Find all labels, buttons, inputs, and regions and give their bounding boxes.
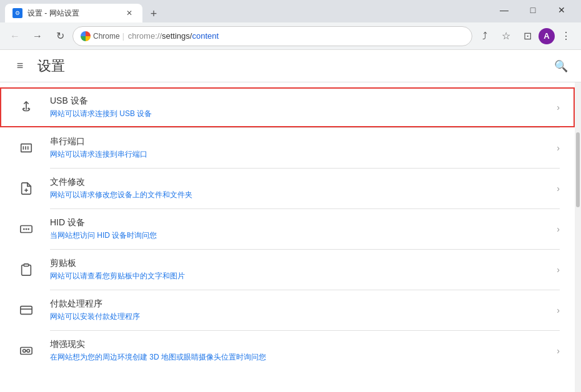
clipboard-desc: 网站可以请查看您剪贴板中的文字和图片: [50, 271, 552, 282]
chrome-logo-icon: [81, 31, 91, 41]
serial-icon: [15, 141, 37, 155]
ar-title: 增强现实: [50, 339, 552, 350]
file-icon: [15, 182, 37, 195]
serial-item[interactable]: 串行端口 网站可以请求连接到串行端口 ›: [0, 128, 575, 168]
bookmark-button[interactable]: ☆: [496, 26, 516, 46]
window-controls: — □ ✕: [490, 0, 576, 22]
tab-area: ⚙ 设置 - 网站设置 ✕ +: [5, 0, 162, 22]
new-tab-button[interactable]: +: [145, 5, 162, 22]
content-wrap: USB 设备 网站可以请求连接到 USB 设备 › 串行端口: [0, 82, 581, 392]
chrome-icon-wrap: Chrome |: [81, 31, 124, 41]
toolbar-right: ⤴ ☆ ⊡ A ⋮: [475, 26, 576, 46]
hid-content: HID 设备 当网站想访问 HID 设备时询问您: [50, 217, 552, 241]
ar-desc: 在网站想为您的周边环境创建 3D 地图或眼睛摄像头位置时询问您: [50, 352, 552, 363]
search-button[interactable]: 🔍: [551, 56, 571, 76]
tab-close-button[interactable]: ✕: [124, 7, 135, 19]
usb-icon: [15, 100, 37, 114]
settings-page: ≡ 设置 🔍 USB 设备 网站可以请求连接到 USB 设备: [0, 50, 581, 392]
ar-item[interactable]: 增强现实 在网站想为您的周边环境创建 3D 地图或眼睛摄像头位置时询问您 ›: [0, 331, 575, 371]
scrollbar[interactable]: [575, 82, 581, 392]
file-desc: 网站可以请求修改您设备上的文件和文件夹: [50, 190, 552, 200]
svg-point-0: [23, 107, 25, 109]
hid-arrow: ›: [557, 224, 560, 234]
active-tab[interactable]: ⚙ 设置 - 网站设置 ✕: [5, 4, 142, 22]
svg-point-9: [23, 228, 25, 230]
toolbar: ← → ↻ Chrome | chrome://settings/content…: [0, 22, 581, 50]
tab-title: 设置 - 网站设置: [27, 8, 119, 19]
clipboard-icon: [15, 263, 37, 277]
svg-rect-13: [21, 306, 32, 315]
usb-title: USB 设备: [50, 96, 552, 107]
address-host: settings: [162, 31, 190, 41]
search-icon: 🔍: [554, 59, 568, 73]
usb-desc: 网站可以请求连接到 USB 设备: [50, 109, 552, 119]
clipboard-item[interactable]: 剪贴板 网站可以请查看您剪贴板中的文字和图片 ›: [0, 250, 575, 290]
minimize-button[interactable]: —: [490, 0, 519, 20]
back-button[interactable]: ←: [5, 26, 25, 46]
address-bar[interactable]: Chrome | chrome://settings/content: [72, 26, 472, 46]
svg-point-1: [27, 107, 29, 109]
hid-title: HID 设备: [50, 217, 552, 228]
file-content: 文件修改 网站可以请求修改您设备上的文件和文件夹: [50, 177, 552, 200]
clipboard-content: 剪贴板 网站可以请查看您剪贴板中的文字和图片: [50, 258, 552, 282]
svg-point-15: [23, 350, 26, 353]
svg-point-16: [27, 350, 30, 353]
share-button[interactable]: ⤴: [475, 26, 495, 46]
usb-item[interactable]: USB 设备 网站可以请求连接到 USB 设备 ›: [0, 87, 575, 127]
file-title: 文件修改: [50, 177, 552, 188]
hid-desc: 当网站想访问 HID 设备时询问您: [50, 230, 552, 241]
address-path: content: [192, 31, 219, 41]
address-text: chrome://settings/content: [128, 31, 219, 41]
payment-item[interactable]: 付款处理程序 网站可以安装付款处理程序 ›: [0, 290, 575, 330]
usb-arrow: ›: [557, 102, 560, 112]
tab-search-button[interactable]: ⊡: [517, 26, 537, 46]
payment-desc: 网站可以安装付款处理程序: [50, 311, 552, 322]
hid-item[interactable]: HID 设备 当网站想访问 HID 设备时询问您 ›: [0, 209, 575, 249]
serial-title: 串行端口: [50, 136, 552, 147]
svg-rect-12: [24, 264, 28, 267]
chrome-label: Chrome: [93, 32, 120, 41]
hid-icon: [15, 222, 37, 236]
menu-button[interactable]: ≡: [10, 56, 30, 76]
more-menu-button[interactable]: ⋮: [556, 26, 576, 46]
svg-rect-2: [21, 144, 32, 152]
address-scheme: chrome://: [128, 31, 162, 41]
ar-content: 增强现实 在网站想为您的周边环境创建 3D 地图或眼睛摄像头位置时询问您: [50, 339, 552, 363]
svg-point-11: [27, 228, 29, 230]
serial-arrow: ›: [557, 143, 560, 153]
maximize-button[interactable]: □: [519, 0, 547, 20]
titlebar: ⚙ 设置 - 网站设置 ✕ + — □ ✕: [0, 0, 581, 22]
page-title: 设置: [37, 57, 65, 76]
tab-favicon: ⚙: [12, 8, 22, 18]
svg-point-10: [26, 228, 27, 230]
clipboard-title: 剪贴板: [50, 258, 552, 269]
clipboard-arrow: ›: [557, 265, 560, 275]
ar-icon: [15, 344, 37, 358]
address-separator: |: [122, 32, 124, 41]
file-arrow: ›: [557, 184, 560, 194]
settings-list: USB 设备 网站可以请求连接到 USB 设备 › 串行端口: [0, 82, 575, 392]
file-item[interactable]: 文件修改 网站可以请求修改您设备上的文件和文件夹 ›: [0, 169, 575, 208]
profile-avatar[interactable]: A: [539, 28, 555, 44]
forward-button[interactable]: →: [27, 26, 47, 46]
usb-content: USB 设备 网站可以请求连接到 USB 设备: [50, 96, 552, 119]
scrollbar-thumb[interactable]: [576, 132, 580, 207]
page-header: ≡ 设置 🔍: [0, 50, 581, 82]
payment-arrow: ›: [557, 305, 560, 315]
payment-content: 付款处理程序 网站可以安装付款处理程序: [50, 298, 552, 322]
hamburger-icon: ≡: [17, 59, 24, 72]
serial-desc: 网站可以请求连接到串行端口: [50, 149, 552, 160]
payment-icon: [15, 303, 37, 317]
close-button[interactable]: ✕: [547, 0, 576, 20]
ar-arrow: ›: [557, 346, 560, 356]
reload-button[interactable]: ↻: [50, 26, 70, 46]
serial-content: 串行端口 网站可以请求连接到串行端口: [50, 136, 552, 160]
payment-title: 付款处理程序: [50, 298, 552, 310]
